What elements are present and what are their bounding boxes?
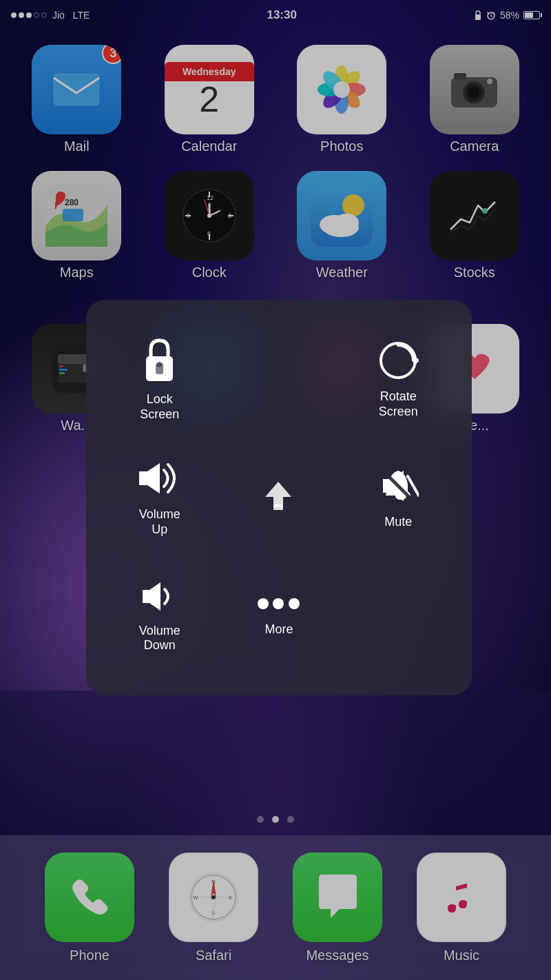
stocks-label: Stocks bbox=[454, 265, 495, 280]
maps-label: Maps bbox=[60, 265, 94, 280]
dock-messages[interactable]: Messages bbox=[293, 853, 382, 963]
signal-dot-2 bbox=[19, 12, 24, 18]
svg-rect-47 bbox=[59, 365, 63, 367]
app-clock[interactable]: 12 6 9 3 Clock bbox=[147, 171, 273, 280]
status-bar: Jio LTE 13:30 58% bbox=[0, 0, 551, 30]
more-label: More bbox=[264, 622, 293, 637]
page-dot-1[interactable] bbox=[257, 816, 264, 823]
app-maps[interactable]: 280 Maps bbox=[14, 171, 140, 280]
battery-icon bbox=[523, 11, 540, 19]
rotate-screen-label: RotateScreen bbox=[379, 389, 418, 419]
camera-label: Camera bbox=[450, 139, 499, 154]
music-icon bbox=[417, 853, 506, 942]
phone-icon bbox=[45, 853, 134, 942]
svg-point-17 bbox=[468, 87, 479, 98]
phone-svg-icon bbox=[65, 873, 114, 921]
svg-text:12: 12 bbox=[207, 194, 214, 201]
page-dot-2[interactable] bbox=[272, 816, 279, 823]
volume-down-button[interactable]: VolumeDown bbox=[100, 556, 219, 674]
svg-point-40 bbox=[323, 218, 359, 237]
calendar-icon: Wednesday 2 bbox=[165, 45, 254, 134]
mail-envelope-icon bbox=[52, 72, 101, 107]
carrier-label: Jio bbox=[52, 10, 65, 21]
music-label: Music bbox=[444, 948, 479, 963]
rotate-screen-icon bbox=[377, 340, 419, 381]
mail-badge: 3 bbox=[102, 45, 121, 64]
signal-dot-5 bbox=[41, 12, 47, 18]
camera-svg-icon bbox=[448, 68, 500, 112]
svg-text:280: 280 bbox=[65, 198, 79, 207]
stocks-icon bbox=[430, 171, 519, 261]
svg-text:9: 9 bbox=[187, 212, 190, 219]
svg-point-18 bbox=[487, 79, 492, 84]
lock-screen-button[interactable]: LockScreen bbox=[100, 320, 219, 438]
page-dots bbox=[0, 816, 551, 823]
mute-label: Mute bbox=[384, 515, 412, 530]
app-calendar[interactable]: Wednesday 2 Calendar bbox=[147, 45, 273, 154]
dock: Phone N S E W Safari bbox=[0, 835, 551, 980]
app-mail[interactable]: 3 Mail bbox=[14, 45, 140, 154]
svg-point-58 bbox=[157, 362, 163, 367]
clock-display: 13:30 bbox=[267, 8, 296, 22]
volume-down-label: VolumeDown bbox=[139, 624, 180, 653]
home-button[interactable] bbox=[219, 438, 338, 556]
svg-point-80 bbox=[437, 873, 486, 921]
app-grid-main: 3 Mail Wednesday 2 Calendar bbox=[0, 38, 551, 287]
app-photos[interactable]: Photos bbox=[279, 45, 405, 154]
camera-icon bbox=[430, 45, 519, 134]
photos-flower-icon bbox=[314, 62, 369, 117]
mute-icon bbox=[377, 465, 419, 507]
app-weather[interactable]: Weather bbox=[279, 171, 405, 280]
photos-label: Photos bbox=[320, 139, 363, 154]
clock-svg-icon: 12 6 9 3 bbox=[178, 185, 240, 247]
maps-svg-icon: 280 bbox=[45, 185, 107, 247]
svg-rect-14 bbox=[454, 73, 466, 80]
svg-point-67 bbox=[273, 598, 284, 609]
maps-icon: 280 bbox=[32, 171, 121, 261]
dock-phone[interactable]: Phone bbox=[45, 853, 134, 963]
signal-dot-1 bbox=[11, 12, 17, 18]
home-arrow-icon bbox=[260, 478, 298, 516]
page-dot-3[interactable] bbox=[287, 816, 294, 823]
svg-point-79 bbox=[211, 895, 216, 899]
svg-text:W: W bbox=[193, 895, 198, 901]
assistive-touch-popup: LockScreen RotateScreen VolumeUp bbox=[86, 300, 472, 695]
weather-svg-icon bbox=[311, 185, 373, 247]
svg-point-42 bbox=[482, 208, 488, 214]
dock-safari[interactable]: N S E W Safari bbox=[169, 853, 258, 963]
messages-svg-icon bbox=[312, 871, 364, 923]
more-button[interactable]: More bbox=[219, 556, 338, 674]
svg-point-37 bbox=[342, 194, 364, 216]
popup-center-empty bbox=[219, 320, 338, 438]
svg-rect-2 bbox=[54, 74, 99, 105]
music-svg-icon bbox=[434, 870, 489, 925]
weather-icon bbox=[297, 171, 386, 261]
rotate-screen-button[interactable]: RotateScreen bbox=[339, 320, 458, 438]
svg-marker-61 bbox=[265, 482, 291, 507]
svg-point-12 bbox=[333, 81, 350, 98]
app-camera[interactable]: Camera bbox=[412, 45, 538, 154]
app-stocks[interactable]: Stocks bbox=[412, 171, 538, 280]
calendar-day: Wednesday bbox=[165, 62, 254, 81]
signal-dot-3 bbox=[26, 12, 32, 18]
messages-icon bbox=[293, 853, 382, 942]
stocks-svg-icon bbox=[444, 185, 506, 247]
lock-status-icon bbox=[474, 10, 482, 20]
svg-rect-48 bbox=[59, 369, 67, 371]
status-right: 58% bbox=[474, 10, 540, 21]
lock-screen-label: LockScreen bbox=[140, 392, 179, 422]
svg-point-66 bbox=[258, 598, 269, 609]
volume-up-label: VolumeUp bbox=[139, 507, 180, 537]
signal-dot-4 bbox=[34, 12, 39, 18]
mail-icon: 3 bbox=[32, 45, 121, 134]
svg-rect-49 bbox=[59, 372, 65, 374]
clock-icon: 12 6 9 3 bbox=[165, 171, 254, 261]
network-label: LTE bbox=[73, 10, 90, 21]
volume-up-button[interactable]: VolumeUp bbox=[100, 438, 219, 556]
alarm-icon bbox=[486, 10, 496, 20]
messages-label: Messages bbox=[306, 948, 368, 963]
dock-music[interactable]: Music bbox=[417, 853, 506, 963]
mute-button[interactable]: Mute bbox=[339, 438, 458, 556]
safari-icon: N S E W bbox=[169, 853, 258, 942]
svg-point-59 bbox=[381, 343, 415, 378]
